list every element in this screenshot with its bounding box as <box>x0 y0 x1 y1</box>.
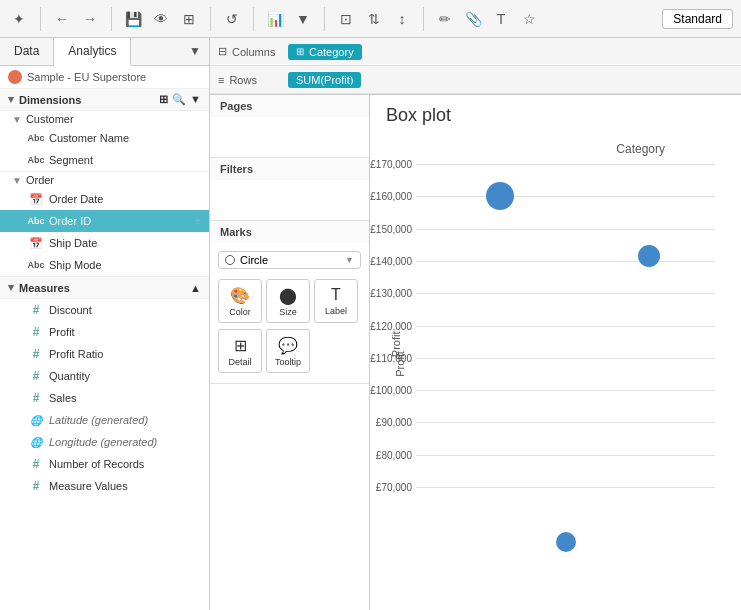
columns-pill[interactable]: ⊞ Category <box>288 44 362 60</box>
search-icon[interactable]: 🔍 <box>172 93 186 106</box>
chart-title: Box plot <box>386 105 725 126</box>
measures-label: Measures <box>19 282 70 294</box>
ytick-4: £130,000 <box>370 288 412 299</box>
category-label: Category <box>616 142 665 156</box>
marks-panel: Marks Circle ▼ 🎨 Color <box>210 221 369 384</box>
measure-icon-records: # <box>28 456 44 472</box>
tab-analytics[interactable]: Analytics <box>54 38 131 66</box>
save-icon[interactable]: 💾 <box>122 8 144 30</box>
globe-icon-latitude: 🌐 <box>28 412 44 428</box>
scroll-up-icon[interactable]: ▲ <box>190 282 201 294</box>
dimensions-section-header[interactable]: ▾ Dimensions ⊞ 🔍 ▼ <box>0 89 209 111</box>
forward-icon[interactable]: → <box>79 8 101 30</box>
segment-field[interactable]: Abc Segment <box>0 149 209 171</box>
expand-icon: ▾ <box>8 93 14 106</box>
detail-button[interactable]: ⊞ Detail <box>218 329 262 373</box>
chart1-icon[interactable]: 📊 <box>264 8 286 30</box>
order-date-label: Order Date <box>49 193 103 205</box>
label-label: Label <box>325 306 347 316</box>
measures-section-header[interactable]: ▾ Measures ▲ <box>0 277 209 299</box>
ytick-7: £100,000 <box>370 384 412 395</box>
profit-ratio-field[interactable]: # Profit Ratio <box>0 343 209 365</box>
sort-icon[interactable]: ↕ <box>391 8 413 30</box>
table-icon[interactable]: ⊡ <box>335 8 357 30</box>
sales-field[interactable]: # Sales <box>0 387 209 409</box>
swap-icon[interactable]: ⇅ <box>363 8 385 30</box>
segment-label: Segment <box>49 154 93 166</box>
globe-icon-longitude: 🌐 <box>28 434 44 450</box>
profit-field[interactable]: # Profit <box>0 321 209 343</box>
filters-title: Filters <box>210 158 369 180</box>
add-icon[interactable]: ▼ <box>190 93 201 106</box>
standard-button[interactable]: Standard <box>662 9 733 29</box>
toolbar-separator-4 <box>253 7 254 31</box>
gridline-10 <box>416 487 715 488</box>
marks-type-label: Circle <box>240 254 268 266</box>
duplicate-icon[interactable]: ⊞ <box>178 8 200 30</box>
tab-data[interactable]: Data <box>0 38 54 65</box>
marks-buttons-row1: 🎨 Color ⬤ Size T Label <box>218 273 361 329</box>
dot-1 <box>486 182 514 210</box>
longitude-label: Longitude (generated) <box>49 436 157 448</box>
grid-icon[interactable]: ✦ <box>8 8 30 30</box>
ship-mode-field[interactable]: Abc Ship Mode <box>0 254 209 276</box>
discount-field[interactable]: # Discount <box>0 299 209 321</box>
profit-ratio-label: Profit Ratio <box>49 348 103 360</box>
quantity-field[interactable]: # Quantity <box>0 365 209 387</box>
ship-date-field[interactable]: 📅 Ship Date <box>0 232 209 254</box>
order-id-field[interactable]: Abc Order ID ≡ <box>0 210 209 232</box>
grid-view-icon[interactable]: ⊞ <box>159 93 168 106</box>
size-label: Size <box>279 307 297 317</box>
marks-type-select[interactable]: Circle ▼ <box>218 251 361 269</box>
undo-icon[interactable]: ↺ <box>221 8 243 30</box>
tooltip-button[interactable]: 💬 Tooltip <box>266 329 310 373</box>
pages-title: Pages <box>210 95 369 117</box>
latitude-field[interactable]: 🌐 Latitude (generated) <box>0 409 209 431</box>
customer-group: ▼ Customer Abc Customer Name Abc Segment <box>0 111 209 172</box>
datasource-icon <box>8 70 22 84</box>
calendar-icon-orderdate: 📅 <box>28 191 44 207</box>
text-icon[interactable]: T <box>490 8 512 30</box>
tab-dropdown[interactable]: ▼ <box>181 38 209 65</box>
gridline-9 <box>416 455 715 456</box>
tooltip-icon: 💬 <box>278 336 298 355</box>
abc-icon-shipmode: Abc <box>28 257 44 273</box>
circle-mark-icon <box>225 255 235 265</box>
measure-icon-sales: # <box>28 390 44 406</box>
gridline-1 <box>416 196 715 197</box>
longitude-field[interactable]: 🌐 Longitude (generated) <box>0 431 209 453</box>
discount-label: Discount <box>49 304 92 316</box>
right-area: ⊟ Columns ⊞ Category ≡ Rows SUM(Profit) <box>210 38 741 610</box>
latitude-label: Latitude (generated) <box>49 414 148 426</box>
customer-group-header[interactable]: ▼ Customer <box>0 111 209 127</box>
pages-body <box>210 117 369 157</box>
measure-values-field[interactable]: # Measure Values <box>0 475 209 497</box>
rows-pill[interactable]: SUM(Profit) <box>288 72 361 88</box>
customer-name-field[interactable]: Abc Customer Name <box>0 127 209 149</box>
measure-icon-discount: # <box>28 302 44 318</box>
dimensions-label: Dimensions <box>19 94 81 106</box>
color-button[interactable]: 🎨 Color <box>218 279 262 323</box>
order-group-header[interactable]: ▼ Order <box>0 172 209 188</box>
order-date-field[interactable]: 📅 Order Date <box>0 188 209 210</box>
num-records-field[interactable]: # Number of Records <box>0 453 209 475</box>
new-datasource-icon[interactable]: 👁 <box>150 8 172 30</box>
size-button[interactable]: ⬤ Size <box>266 279 310 323</box>
toolbar-separator-2 <box>111 7 112 31</box>
label-button[interactable]: T Label <box>314 279 358 323</box>
back-icon[interactable]: ← <box>51 8 73 30</box>
calendar-icon-shipdate: 📅 <box>28 235 44 251</box>
chart2-icon[interactable]: ▼ <box>292 8 314 30</box>
toolbar-separator-5 <box>324 7 325 31</box>
pen-icon[interactable]: ✏ <box>434 8 456 30</box>
customer-name-label: Customer Name <box>49 132 129 144</box>
measure-values-label: Measure Values <box>49 480 128 492</box>
clip-icon[interactable]: 📎 <box>462 8 484 30</box>
chart-area: Box plot Category Profit <box>370 95 741 610</box>
order-arrow: ▼ <box>12 175 22 186</box>
dot-2 <box>638 245 660 267</box>
chart-container: Category Profit <box>386 134 725 594</box>
star-icon[interactable]: ☆ <box>518 8 540 30</box>
customer-arrow: ▼ <box>12 114 22 125</box>
measure-icon-profit: # <box>28 324 44 340</box>
